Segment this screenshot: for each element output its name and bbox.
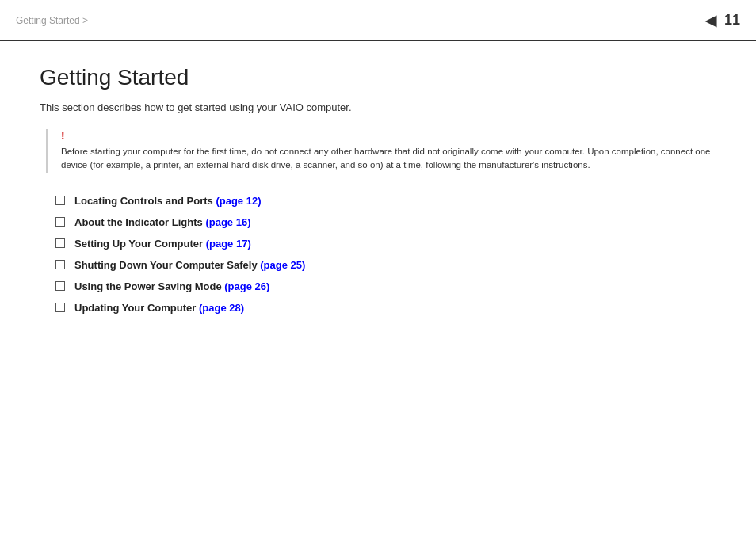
toc-list: Locating Controls and Ports (page 12)Abo… xyxy=(55,195,716,314)
toc-item-label: Shutting Down Your Computer Safely (page… xyxy=(74,259,305,271)
list-item: Setting Up Your Computer (page 17) xyxy=(55,238,716,250)
toc-item-link[interactable]: (page 12) xyxy=(216,195,261,207)
page-number-area: ◀ 11 xyxy=(705,12,740,29)
toc-checkbox-icon xyxy=(55,260,65,269)
toc-checkbox-icon xyxy=(55,281,65,291)
list-item: Using the Power Saving Mode (page 26) xyxy=(55,280,716,292)
toc-item-label: Using the Power Saving Mode (page 26) xyxy=(74,280,269,292)
main-content: Getting Started This section describes h… xyxy=(0,41,756,347)
toc-item-label: Setting Up Your Computer (page 17) xyxy=(74,238,251,250)
list-item: Locating Controls and Ports (page 12) xyxy=(55,195,716,207)
list-item: Shutting Down Your Computer Safely (page… xyxy=(55,259,716,271)
toc-item-link[interactable]: (page 25) xyxy=(260,259,305,271)
toc-checkbox-icon xyxy=(55,196,65,205)
toc-item-link[interactable]: (page 16) xyxy=(205,216,250,228)
toc-item-label: Updating Your Computer (page 28) xyxy=(74,302,244,314)
list-item: Updating Your Computer (page 28) xyxy=(55,302,716,314)
toc-checkbox-icon xyxy=(55,303,65,312)
header: Getting Started > ◀ 11 xyxy=(0,0,756,41)
breadcrumb: Getting Started > xyxy=(16,15,88,26)
page-title: Getting Started xyxy=(40,65,716,90)
notice-exclamation-icon: ! xyxy=(61,129,716,142)
toc-item-label: About the Indicator Lights (page 16) xyxy=(74,216,250,228)
toc-checkbox-icon xyxy=(55,217,65,227)
page-number: 11 xyxy=(724,12,740,29)
notice-box: ! Before starting your computer for the … xyxy=(46,129,716,173)
toc-checkbox-icon xyxy=(55,238,65,248)
list-item: About the Indicator Lights (page 16) xyxy=(55,216,716,228)
toc-item-link[interactable]: (page 26) xyxy=(224,280,269,292)
intro-text: This section describes how to get starte… xyxy=(40,101,716,113)
toc-item-label: Locating Controls and Ports (page 12) xyxy=(74,195,261,207)
toc-item-link[interactable]: (page 17) xyxy=(206,238,251,250)
notice-text: Before starting your computer for the fi… xyxy=(61,145,716,173)
back-arrow-icon: ◀ xyxy=(705,12,716,29)
toc-item-link[interactable]: (page 28) xyxy=(199,302,244,314)
